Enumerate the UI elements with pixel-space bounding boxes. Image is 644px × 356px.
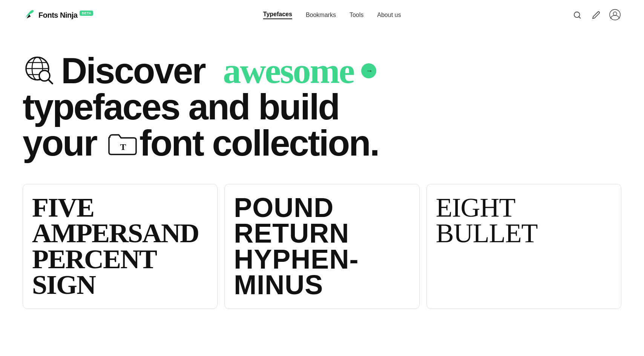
nav-links: Typefaces Bookmarks Tools About us [263,11,401,19]
user-account-button[interactable] [609,8,621,22]
nav-icons [571,8,621,22]
edit-button[interactable] [590,9,603,21]
hero-line2: typefaces and build [23,89,430,125]
hero-your-text: your [23,125,97,161]
svg-point-3 [613,12,616,15]
nav-about-us[interactable]: About us [377,12,401,18]
user-icon [609,9,621,20]
font-card-2[interactable]: POUND RETURN HYPHEN-MINUS [224,184,419,309]
pencil-icon [592,11,600,19]
font-card-3[interactable]: EIGHT BULLET [426,184,621,309]
font-card-1-text: FIVE AMPERSAND PERCENT SIGN [32,195,208,298]
search-button[interactable] [571,9,584,21]
font-card-3-text: EIGHT BULLET [436,195,612,246]
hero-headline: Discover awesome → typefaces and build y… [23,53,430,161]
logo[interactable]: Fonts Ninja BETA [23,8,93,22]
beta-badge: BETA [80,11,93,16]
hero-line3: your T font collection. [23,125,430,161]
svg-line-10 [48,79,52,84]
nav-typefaces[interactable]: Typefaces [263,11,292,19]
svg-point-2 [610,9,620,20]
hero-discover-text: Discover [61,53,205,89]
nav-tools[interactable]: Tools [350,12,363,18]
logo-text: Fonts Ninja [38,11,77,20]
navbar: Fonts Ninja BETA Typefaces Bookmarks Too… [0,0,644,30]
folder-font-icon: T [106,126,140,160]
logo-bird-icon [23,8,36,22]
hero-font-collection-text: font collection. [140,125,379,161]
hero-section: Discover awesome → typefaces and build y… [0,30,452,176]
nav-bookmarks[interactable]: Bookmarks [306,12,336,18]
globe-search-icon [23,54,57,88]
font-card-1[interactable]: FIVE AMPERSAND PERCENT SIGN [23,184,218,309]
svg-line-1 [579,17,580,18]
svg-text:T: T [120,142,126,152]
font-cards-section: FIVE AMPERSAND PERCENT SIGN POUND RETURN… [0,184,644,309]
arrow-circle-icon[interactable]: → [361,63,376,78]
search-icon [573,11,581,19]
hero-awesome-text: awesome [223,53,354,89]
font-card-2-text: POUND RETURN HYPHEN-MINUS [234,195,410,298]
hero-line1: Discover awesome → [23,53,430,89]
